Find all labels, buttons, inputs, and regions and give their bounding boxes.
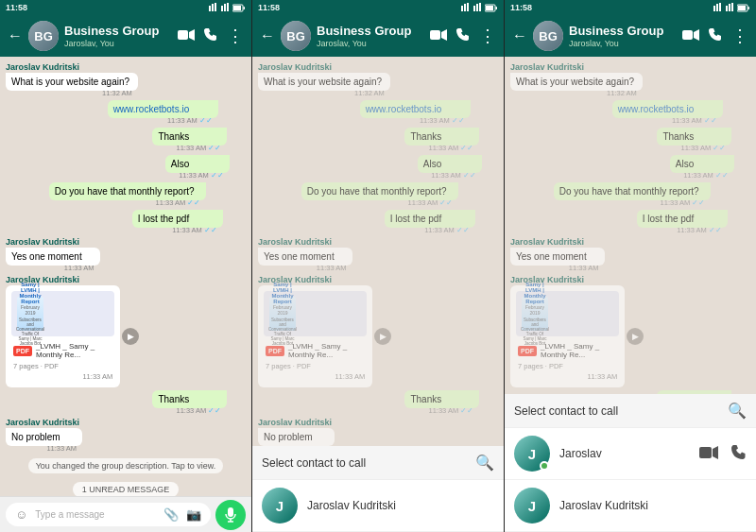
- system-message[interactable]: You changed the group description. Tap t…: [28, 458, 224, 473]
- group-members: Jaroslav, You: [317, 39, 424, 48]
- signal-icon: [220, 3, 230, 12]
- message-bubble: What is your website again?11:32 AM: [510, 73, 643, 91]
- svg-rect-21: [496, 7, 498, 9]
- message-time: 11:33 AM ✓✓: [420, 116, 465, 125]
- contact-avatar: J: [514, 488, 550, 523]
- call-overlay: Select contact to call 🔍 J Jaroslav Kudr…: [252, 446, 504, 532]
- message-bubble: Do you have that monthly report?11:33 AM…: [301, 182, 459, 200]
- document-bubble[interactable]: Samy | LVMH | Monthly Report February 20…: [258, 285, 372, 387]
- message-bubble: I lost the pdf11:33 AM ✓✓: [385, 210, 475, 228]
- message-bubble: Do you have that monthly report?11:33 AM…: [49, 182, 207, 200]
- chat-area: Jaroslav KudritskiWhat is your website a…: [0, 57, 251, 496]
- sender-name: Jaroslav Kudritski: [510, 237, 627, 247]
- back-button[interactable]: ←: [512, 27, 527, 44]
- doc-thumbnail: Samy | LVMH | Monthly Report February 20…: [269, 297, 296, 331]
- unread-banner: 1 UNREAD MESSAGE: [73, 482, 180, 496]
- message-link[interactable]: www.rocketbots.io: [113, 104, 190, 114]
- svg-rect-34: [682, 30, 693, 40]
- sender-name: Jaroslav Kudritski: [6, 62, 171, 72]
- svg-rect-33: [738, 6, 746, 10]
- doc-thumbnail: Samy | LVMH | Monthly Report February 20…: [522, 297, 548, 331]
- message-time: 11:33 AM ✓✓: [156, 198, 201, 207]
- message-row: www.rocketbots.io11:33 AM ✓✓: [510, 100, 750, 125]
- svg-rect-4: [224, 4, 226, 11]
- phone-call-icon[interactable]: [204, 27, 217, 44]
- contact-item[interactable]: J Jaroslav Kudritski: [252, 480, 504, 532]
- forward-button[interactable]: ▶: [122, 328, 139, 345]
- message-bubble: What is your website again?11:32 AM: [6, 73, 138, 91]
- group-members: Jaroslav, You: [64, 39, 172, 48]
- message-time: 11:33 AM ✓✓: [177, 144, 222, 152]
- svg-rect-8: [233, 6, 241, 10]
- document-bubble[interactable]: Samy | LVMH | Monthly Report February 20…: [6, 285, 120, 387]
- message-time: 11:33 AM: [317, 264, 347, 272]
- message-bubble: Thanks11:33 AM ✓✓: [657, 128, 731, 146]
- avatar-image: BG: [533, 21, 563, 51]
- more-options-icon[interactable]: ⋮: [731, 26, 748, 46]
- contact-item[interactable]: J Jaroslav Kudritski: [505, 480, 756, 532]
- message-time: 11:33 AM ✓✓: [429, 406, 474, 415]
- search-icon[interactable]: 🔍: [728, 402, 747, 420]
- message-row: Thanks11:33 AM ✓✓: [258, 128, 498, 152]
- message-ticks: ✓✓: [463, 171, 476, 180]
- doc-thumbnail: Samy | LVMH | Monthly Report February 20…: [17, 297, 43, 331]
- message-link[interactable]: www.rocketbots.io: [366, 104, 442, 114]
- svg-rect-32: [748, 7, 750, 9]
- phone-call-icon[interactable]: [456, 27, 470, 44]
- contact-avatar-image: J: [514, 488, 550, 523]
- call-overlay-header: Select contact to call 🔍: [252, 446, 504, 480]
- message-row: Thanks11:33 AM ✓✓: [510, 128, 750, 152]
- message-ticks: ✓✓: [713, 144, 726, 152]
- message-bubble: Thanks11:33 AM ✓✓: [152, 390, 227, 408]
- forward-button[interactable]: ▶: [627, 328, 644, 345]
- contact-item[interactable]: J Jaroslav: [505, 428, 756, 480]
- video-call-button[interactable]: [699, 444, 718, 464]
- message-ticks: ✓✓: [204, 226, 217, 234]
- avatar-image: BG: [28, 21, 59, 51]
- status-time: 11:58: [6, 3, 27, 12]
- message-time: 11:33 AM ✓✓: [661, 198, 706, 207]
- svg-rect-27: [719, 3, 721, 11]
- doc-filename: _LVMH _ Samy _ Monthly Re...: [288, 342, 365, 359]
- document-bubble[interactable]: Samy | LVMH | Monthly Report February 20…: [510, 285, 625, 387]
- camera-icon[interactable]: 📷: [186, 507, 201, 522]
- svg-rect-16: [467, 3, 469, 11]
- emoji-icon[interactable]: ☺: [15, 507, 27, 522]
- status-time: 11:58: [258, 3, 280, 12]
- video-call-icon[interactable]: [682, 27, 699, 44]
- more-options-icon[interactable]: ⋮: [479, 26, 496, 46]
- message-placeholder: Type a message: [35, 509, 156, 520]
- message-ticks: ✓✓: [460, 144, 473, 152]
- message-row: www.rocketbots.io11:33 AM ✓✓: [258, 100, 498, 125]
- status-time: 11:58: [510, 3, 532, 12]
- phone-call-icon[interactable]: [709, 27, 722, 44]
- message-bubble: Thanks11:33 AM ✓✓: [404, 128, 479, 146]
- back-button[interactable]: ←: [8, 27, 23, 44]
- doc-filename: _LVMH _ Samy _ Monthly Re...: [36, 342, 112, 359]
- group-avatar: BG: [533, 21, 563, 51]
- chat-panel-panel3: 11:58 ← BG Business Group Jaroslav, You …: [505, 0, 756, 532]
- video-call-icon[interactable]: [178, 27, 195, 44]
- message-time: 11:33 AM: [569, 264, 599, 272]
- group-name: Business Group: [64, 24, 172, 39]
- forward-button[interactable]: ▶: [374, 328, 391, 345]
- message-bubble: Yes one moment11:33 AM: [510, 248, 605, 266]
- message-input-box[interactable]: ☺ Type a message 📎 📷: [6, 503, 211, 526]
- message-row: Jaroslav Kudritski Samy | LVMH | Monthly…: [258, 275, 498, 387]
- message-ticks: ✓✓: [199, 116, 213, 125]
- back-button[interactable]: ←: [260, 27, 275, 44]
- pdf-icon: PDF: [266, 346, 284, 356]
- group-name: Business Group: [317, 24, 424, 39]
- message-row: www.rocketbots.io11:33 AM ✓✓: [6, 100, 246, 125]
- message-link[interactable]: www.rocketbots.io: [618, 104, 695, 114]
- mic-button[interactable]: [215, 500, 246, 530]
- contact-call-actions: [699, 444, 747, 464]
- audio-call-button[interactable]: [731, 444, 747, 464]
- attachment-icon[interactable]: 📎: [163, 507, 179, 522]
- status-bar: 11:58: [252, 0, 504, 15]
- svg-rect-18: [476, 4, 478, 11]
- more-options-icon[interactable]: ⋮: [227, 26, 244, 46]
- search-icon[interactable]: 🔍: [475, 454, 494, 472]
- video-call-icon[interactable]: [430, 27, 447, 44]
- message-row: Jaroslav KudritskiWhat is your website a…: [6, 62, 246, 97]
